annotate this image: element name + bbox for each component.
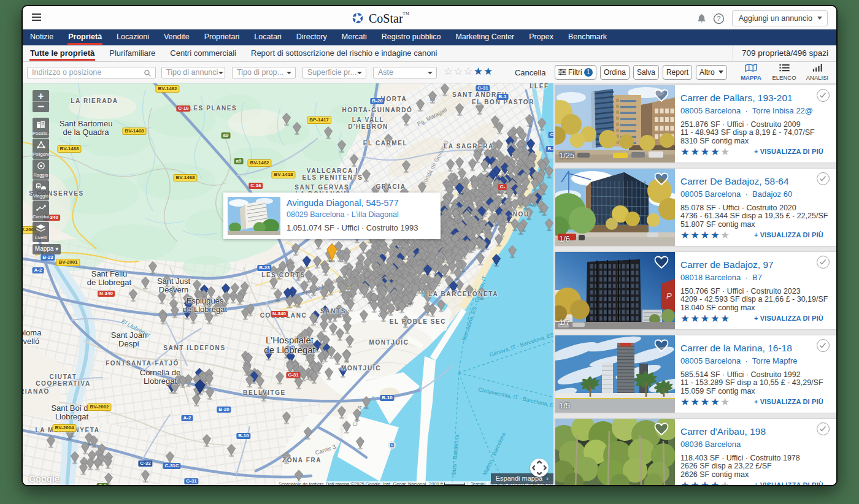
svg-text:M: M (391, 443, 394, 447)
svg-text:?: ? (717, 15, 720, 22)
svg-text:P: P (666, 291, 672, 300)
